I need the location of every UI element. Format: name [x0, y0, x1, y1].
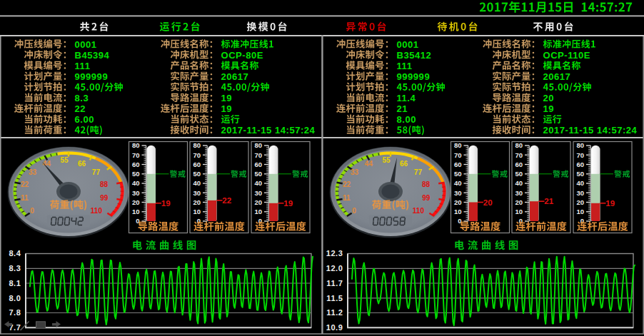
svg-text:19: 19: [221, 103, 233, 114]
svg-text:20: 20: [193, 198, 201, 206]
svg-text:2017-11-15 14:57:24: 2017-11-15 14:57:24: [543, 125, 638, 136]
svg-text:12.0: 12.0: [326, 264, 343, 273]
svg-text:44: 44: [43, 160, 51, 168]
svg-text:8.4: 8.4: [9, 249, 21, 258]
svg-text:19: 19: [605, 199, 615, 208]
svg-text:80: 80: [576, 141, 584, 149]
svg-text:70: 70: [254, 151, 262, 159]
svg-text:50: 50: [193, 170, 201, 178]
svg-text:99: 99: [422, 194, 431, 202]
svg-text:20: 20: [132, 198, 140, 206]
svg-text:111: 111: [75, 61, 91, 71]
svg-text:7.8: 7.8: [9, 308, 21, 317]
svg-text:50: 50: [576, 170, 584, 178]
svg-text:11: 11: [21, 194, 29, 202]
svg-text:B45394: B45394: [75, 50, 110, 61]
svg-text:20: 20: [515, 198, 523, 206]
svg-text:40: 40: [515, 179, 523, 187]
svg-text:77: 77: [92, 168, 101, 176]
svg-text:40: 40: [454, 179, 462, 187]
svg-text:22: 22: [343, 180, 351, 188]
svg-text:40: 40: [193, 179, 201, 187]
svg-text:30: 30: [454, 189, 462, 197]
svg-text:21: 21: [544, 197, 553, 205]
svg-text:55: 55: [382, 156, 391, 164]
svg-text:60: 60: [254, 161, 262, 168]
svg-text:0: 0: [30, 207, 34, 215]
svg-text:80: 80: [193, 141, 201, 149]
svg-text:OCP-110E: OCP-110E: [543, 50, 591, 61]
svg-text:99: 99: [100, 194, 109, 202]
svg-text:20: 20: [483, 198, 493, 207]
svg-text:11.7: 11.7: [326, 279, 343, 287]
svg-text:33: 33: [29, 168, 37, 176]
svg-text:21: 21: [397, 103, 408, 114]
svg-text:80: 80: [454, 141, 462, 149]
svg-text:88: 88: [100, 180, 109, 188]
svg-text:20617: 20617: [221, 71, 249, 82]
svg-text:70: 70: [193, 151, 201, 159]
svg-text:OCP-80E: OCP-80E: [221, 50, 263, 61]
svg-text:22: 22: [222, 196, 231, 205]
svg-text:80: 80: [515, 141, 523, 149]
svg-text:6.00: 6.00: [75, 114, 95, 125]
svg-text:30: 30: [576, 189, 584, 197]
svg-text:8.0: 8.0: [9, 294, 21, 302]
svg-text:66: 66: [400, 160, 408, 168]
svg-text:111: 111: [397, 61, 413, 71]
svg-text:55: 55: [60, 156, 69, 164]
svg-text:33: 33: [351, 168, 359, 176]
svg-text:20617: 20617: [543, 71, 571, 82]
svg-text:60: 60: [454, 161, 462, 168]
svg-text:60: 60: [193, 161, 201, 168]
svg-text:8.3: 8.3: [9, 264, 21, 273]
svg-text:40: 40: [254, 179, 262, 187]
svg-text:70: 70: [576, 151, 584, 159]
svg-text:50: 50: [515, 170, 523, 178]
svg-text:11.2: 11.2: [326, 308, 343, 317]
svg-text:30: 30: [193, 189, 201, 197]
svg-text:0001: 0001: [75, 39, 97, 50]
svg-text:60: 60: [515, 161, 523, 168]
svg-text:88: 88: [422, 180, 431, 188]
svg-text:50: 50: [454, 170, 462, 178]
svg-text:40: 40: [132, 179, 140, 187]
svg-text:10: 10: [454, 208, 462, 215]
svg-text:0: 0: [352, 207, 356, 215]
svg-text:10: 10: [132, 208, 140, 215]
svg-text:19: 19: [221, 93, 233, 103]
svg-text:80: 80: [132, 141, 140, 149]
svg-text:60: 60: [132, 161, 140, 168]
svg-text:8.1: 8.1: [9, 279, 21, 287]
svg-text:20: 20: [576, 198, 584, 206]
svg-text:10: 10: [193, 208, 201, 215]
svg-text:10.9: 10.9: [326, 323, 343, 332]
svg-text:19: 19: [161, 199, 171, 208]
svg-text:10: 10: [515, 208, 523, 215]
svg-text:10: 10: [576, 208, 584, 215]
svg-text:70: 70: [515, 151, 523, 159]
svg-text:11: 11: [343, 194, 351, 202]
svg-text:30: 30: [254, 189, 262, 197]
svg-text:80: 80: [254, 141, 262, 149]
svg-text:19: 19: [543, 103, 555, 114]
svg-text:110: 110: [413, 207, 425, 215]
svg-text:40: 40: [576, 179, 584, 187]
svg-text:999999: 999999: [75, 71, 109, 82]
svg-text:B35412: B35412: [397, 50, 432, 61]
svg-text:66: 66: [78, 160, 86, 168]
svg-text:0001: 0001: [397, 39, 419, 50]
svg-text:30: 30: [515, 189, 523, 197]
svg-text:20: 20: [543, 93, 555, 103]
svg-text:2017-11-15 14:57:24: 2017-11-15 14:57:24: [221, 125, 316, 136]
svg-text:11.5: 11.5: [326, 294, 343, 302]
svg-text:60: 60: [576, 161, 584, 168]
svg-text:11.4: 11.4: [397, 93, 416, 103]
svg-text:22: 22: [21, 180, 29, 188]
svg-text:110: 110: [91, 207, 103, 215]
svg-text:8.00: 8.00: [397, 114, 417, 125]
svg-text:30: 30: [132, 189, 140, 197]
svg-text:70: 70: [454, 151, 462, 159]
svg-text:12.3: 12.3: [326, 249, 343, 258]
svg-text:19: 19: [283, 199, 293, 208]
